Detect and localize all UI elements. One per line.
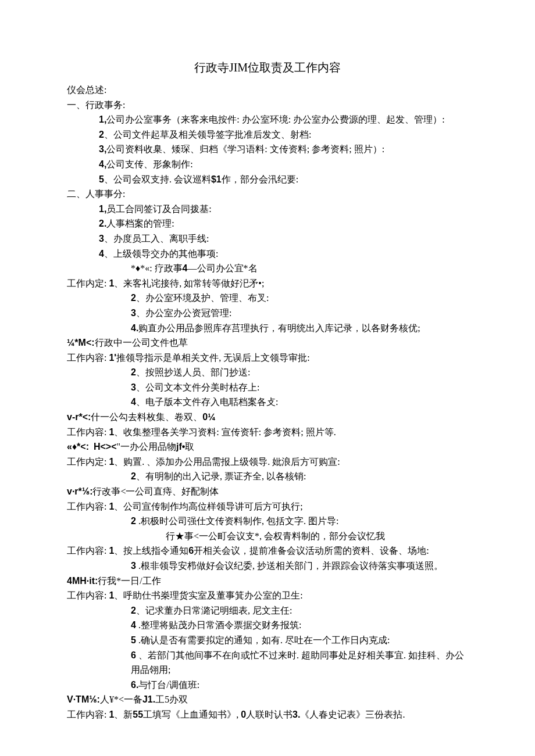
list-item: 3,公司资料收臬、矮琛、归档《学习语料: 文传资料; 参考资料; 照片）: [67,142,468,157]
document-page: 行政寺JIM位取责及工作内容 仪会总述: 一、行政事务: 1,公司办公室事务（来… [0,0,535,756]
list-item: 2 .枳极时公司强仕文传资料制作, 包括文字. 图片导: [67,514,468,529]
list-item: 5 .确认是否有需要拟定的通知，如有. 尽吐在一个工作日内克成: [67,633,468,648]
list-item: 3、办度员工入、离职手线: [67,231,468,246]
subsection-heading: ¼*M<:行政中一公司文件也草 [67,335,468,350]
document-title: 行政寺JIM位取责及工作内容 [67,58,468,77]
list-item: 4,公司支传、形象制作: [67,157,468,172]
list-item: 4、电子版本文件存入电聒档案各攴: [67,395,468,410]
sub-label: 行★事<一公町会议支*, 会权青料制的，部分会议忆我 [67,529,468,544]
list-item: 2、记求董办日常潞记明细表, 尼文主任: [67,603,468,618]
list-item: 4.购直办公用品参照库存莒理执行，有明统出入库记录，以各财务核优; [67,321,468,336]
list-item: 2、有明制的出入记录, 票证齐全, 以各核销: [67,469,468,484]
work-content: 工作内容: 1'推领导指示是单相关文件, 无误后上文领导审批: [67,350,468,366]
list-item: 6.与忊台/调值班: [67,678,468,693]
list-item: 3、公司文本文件分美时枯存上: [67,380,468,395]
sub-label: *♦*«: 疗政事4—公司办公宜*名 [67,261,468,276]
subsection-heading: «♦*<: H<><"一办公用品物jf•取 [67,439,468,454]
title-mid: JIM [229,61,248,74]
list-item: 3 .根非领导安栉做好会议纪委, 抄送相关部门，并跟踪会议待落实事项送照。 [67,558,468,574]
list-item: 2、按照抄送人员、部门抄送: [67,365,468,380]
work-content: 工作内容: 1、公司宣传制作均高位样领导讲可后方可执行; [67,499,468,514]
work-content: 工作内容: 1、按上线指令通知6开相关会议，提前准备会议活动所需的资料、设备、场… [67,543,468,558]
subsection-heading: V·TM⅛:人¥*<一备J1.工5办双 [67,692,468,707]
work-content: 工作内容: 1、呼助仕书桊理货实室及董事箕办公室的卫生: [67,588,468,603]
section-2-heading: 二、人事事分: [67,187,468,202]
work-content: 工作内容: 1、新55工填写《上血通知书》, 0人联时认书3.《人春史记表》三份… [67,707,468,722]
list-item: 2.人事档案的管理: [67,216,468,231]
work-content: 工作内容: 1、收集整理各关学习资料: 宣传资轩: 参考资料; 照片等. [67,425,468,440]
section-1-heading: 一、行政事务: [67,98,468,113]
title-prefix: 行政寺 [194,61,229,74]
summary-label: 仪会总述: [67,83,468,98]
work-content: 工作内定: 1、来客礼诧接待, 如常转等做好汜矛•; [67,276,468,291]
subsection-heading: 4MH·it:行我*一日/工作 [67,574,468,589]
list-item: 4 .整理将贴茂办日常酒令票据交财务报筑: [67,618,468,633]
title-suffix: 位取责及工作内容 [248,61,341,74]
list-item: 5、公司会双支持. 会议巡料$1作，部分会汛纪要: [67,172,468,187]
list-item: 6 、若部门其他间事不在向或忙不过来时. 超助同事处足好相关事宜. 如挂科、办公 [67,648,468,663]
list-item-cont: 用品翎用; [67,662,468,678]
list-item: 1,公司办公室事务（来客来电按件: 办公室环境: 办公室办公费源的理、起发、管理… [67,112,468,127]
list-item: 2、办公室环境及护、管理、布叉: [67,291,468,306]
subsection-heading: v-r*<:什一公勾去料枚集、卷双、0¼ [67,410,468,425]
list-item: 4、上级领导交办的其他事项: [67,246,468,261]
list-item: 1,员工合同签订及合同拨基: [67,202,468,217]
list-item: 3、办公室办公资冠管理: [67,306,468,321]
subsection-heading: v·r*⅛:行改亊<一公司直痔、好配制体 [67,484,468,499]
work-content: 工作内定: 1、购置. 、添加办公用品需报上级领导. 妣浪后方可购宣: [67,454,468,470]
list-item: 2、公司文件起草及相关领导签字批准后发文、射档: [67,127,468,142]
